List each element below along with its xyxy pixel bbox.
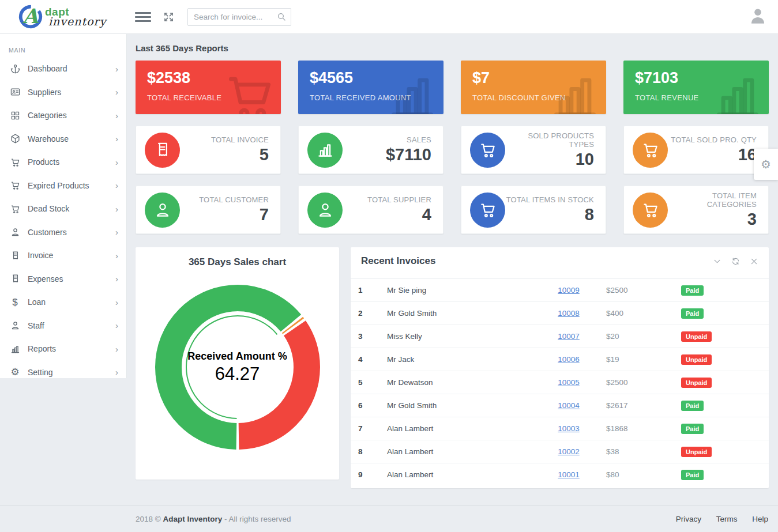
stat-card-value: 16 (668, 145, 757, 164)
invoice-status-badge: Unpaid (681, 354, 712, 365)
invoice-number-link[interactable]: 10004 (558, 401, 580, 410)
invoice-sl: 4 (358, 355, 387, 364)
stat-card-total-sold-pro-qty[interactable]: TOTAL SOLD PRO. QTY 16 (623, 126, 769, 174)
invoice-customer: Mr Gold Smith (387, 309, 531, 318)
sidebar-item-customers[interactable]: Customers › (0, 221, 126, 244)
invoice-status-badge: Unpaid (681, 331, 712, 342)
grid-icon (9, 111, 21, 120)
stat-card-value: 3 (668, 210, 757, 229)
invoice-number-link[interactable]: 10001 (558, 470, 580, 479)
invoice-number-link[interactable]: 10002 (558, 447, 580, 456)
sidebar-item-dead-stock[interactable]: Dead Stock › (0, 197, 126, 221)
invoice-status-badge: Unpaid (681, 447, 712, 457)
chevron-right-icon: › (115, 227, 118, 237)
invoice-amount: $1868 (606, 424, 681, 433)
sidebar-item-staff[interactable]: Staff › (0, 314, 126, 338)
stat-card-total-item-categories[interactable]: TOTAL ITEM CATEGORIES 3 (623, 186, 769, 234)
invoice-search (187, 8, 291, 26)
invoice-customer: Alan Lambert (387, 424, 531, 433)
stat-card-total-items-in-stock[interactable]: TOTAL ITEMS IN STOCK 8 (461, 186, 606, 234)
sidebar-item-setting[interactable]: ⚙ Setting › (0, 361, 126, 384)
stat-card-sold-products-types[interactable]: SOLD PRODUCTS TYPES 10 (461, 126, 606, 174)
invoice-status-badge: Unpaid (681, 378, 712, 388)
report-card-total-revenue[interactable]: $7103 TOTAL REVENUE (623, 61, 769, 114)
invoice-status-badge: Paid (681, 470, 704, 480)
invoice-amount: $19 (606, 355, 681, 364)
invoice-sl: 1 (358, 286, 387, 295)
invoice-number-link[interactable]: 10006 (558, 355, 580, 364)
footer-link-terms[interactable]: Terms (716, 515, 738, 523)
bars-watermark-icon (385, 69, 440, 114)
sidebar-item-invoice[interactable]: Invoice › (0, 244, 126, 267)
invoice-sl: 9 (358, 470, 387, 479)
receipt-icon (145, 133, 180, 168)
sidebar-item-dashboard[interactable]: Dashboard › (0, 57, 126, 81)
refresh-icon[interactable] (731, 257, 740, 266)
search-input[interactable] (194, 13, 277, 21)
stat-card-sales[interactable]: SALES $7110 (298, 126, 444, 174)
invoice-amount: $2500 (606, 378, 681, 387)
chevron-right-icon: › (115, 111, 118, 120)
sidebar-item-expired-products[interactable]: Expired Products › (0, 174, 126, 198)
user-avatar-icon[interactable] (748, 5, 768, 29)
user-icon (9, 320, 21, 330)
stat-card-total-supplier[interactable]: TOTAL SUPPLIER 4 (298, 186, 444, 234)
stat-card-label: TOTAL ITEM CATEGORIES (668, 191, 757, 209)
stat-card-label: TOTAL CUSTOMER (180, 195, 269, 204)
sidebar-item-loan[interactable]: $ Loan › (0, 290, 126, 314)
report-card-total-receivable[interactable]: $2538 TOTAL RECEIVABLE (136, 61, 281, 114)
settings-flap-button[interactable]: ⚙ (754, 149, 778, 180)
brand-mark-icon: A (17, 3, 44, 30)
footer-link-privacy[interactable]: Privacy (676, 515, 701, 523)
footer-link-help[interactable]: Help (752, 515, 768, 523)
invoice-customer: Mr Sie ping (387, 286, 531, 295)
invoice-number-link[interactable]: 10005 (558, 378, 580, 387)
search-icon[interactable] (277, 12, 286, 21)
sidebar-item-suppliers[interactable]: Suppliers › (0, 81, 126, 104)
invoice-customer: Mr Jack (387, 355, 531, 364)
svg-text:A: A (22, 5, 39, 28)
chevron-right-icon: › (115, 87, 118, 97)
bars-icon (307, 133, 343, 168)
invoice-customer: Alan Lambert (387, 447, 531, 456)
user-icon (307, 193, 343, 228)
user-icon (9, 227, 21, 237)
stat-card-total-invoice[interactable]: TOTAL INVOICE 5 (136, 126, 281, 174)
invoice-number-link[interactable]: 10003 (558, 424, 580, 433)
invoice-amount: $80 (606, 470, 681, 479)
sidebar-item-expenses[interactable]: Expenses › (0, 267, 126, 291)
menu-icon[interactable] (135, 10, 151, 24)
chevron-right-icon: › (115, 367, 118, 377)
report-card-total-discount-given[interactable]: $7 TOTAL DISCOUNT GIVEN (461, 61, 606, 114)
stat-card-value: 8 (505, 205, 594, 224)
invoice-status-badge: Paid (681, 308, 704, 319)
receipt-icon (9, 251, 21, 261)
sidebar-item-warehouse[interactable]: Warehouse › (0, 127, 126, 151)
sidebar-item-categories[interactable]: Categories › (0, 104, 126, 127)
expand-icon[interactable] (163, 11, 175, 23)
invoice-number-link[interactable]: 10009 (558, 286, 580, 295)
report-card-total-received-amount[interactable]: $4565 TOTAL RECEIVED AMOUNT (298, 61, 444, 114)
chevron-down-icon[interactable] (713, 257, 721, 266)
close-icon[interactable] (750, 257, 758, 266)
main-content: Last 365 Days Reports $2538 TOTAL RECEIV… (127, 34, 778, 488)
chevron-right-icon: › (115, 204, 118, 214)
invoice-sl: 5 (358, 378, 387, 387)
stat-card-label: SALES (343, 135, 431, 144)
cart-icon (633, 133, 668, 168)
app-logo[interactable]: A dapt inventory (0, 3, 127, 30)
stat-card-label: TOTAL SOLD PRO. QTY (668, 135, 757, 144)
invoice-status-badge: Paid (681, 285, 704, 296)
chart-title: 365 Days Sales chart (136, 256, 339, 268)
stat-card-label: TOTAL SUPPLIER (343, 195, 431, 204)
stat-card-value: $7110 (343, 145, 431, 164)
sidebar-item-reports[interactable]: Reports › (0, 337, 126, 361)
stat-card-total-customer[interactable]: TOTAL CUSTOMER 7 (136, 186, 281, 234)
chevron-right-icon: › (115, 251, 118, 261)
sidebar-item-products[interactable]: Products › (0, 150, 126, 174)
invoice-number-link[interactable]: 10008 (558, 309, 580, 318)
report-cards-row: $2538 TOTAL RECEIVABLE $4565 TOTAL RECEI… (136, 61, 769, 114)
gear-icon: ⚙ (9, 367, 21, 377)
invoice-number-link[interactable]: 10007 (558, 332, 580, 341)
recent-invoices-title: Recent Invoices (361, 255, 703, 267)
